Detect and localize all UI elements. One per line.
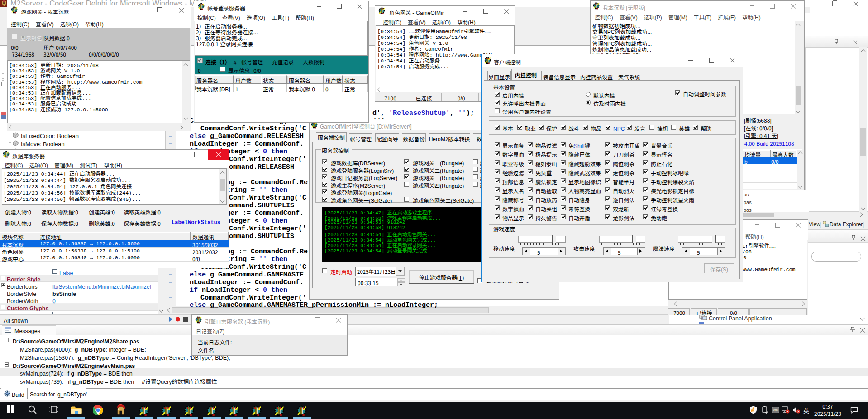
svg-text:vm: vm [773,408,778,412]
